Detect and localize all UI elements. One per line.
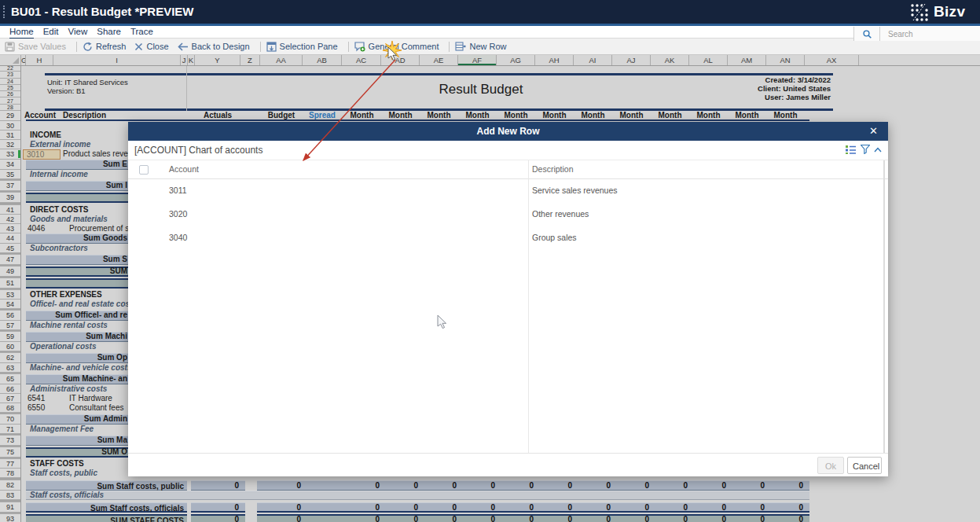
cell-value[interactable]: 0 [579,480,611,491]
sheet-row-82[interactable]: Sum Staff costs, public00000000000000 [0,480,980,491]
row-number-91[interactable]: 91 [0,502,20,513]
cell-value[interactable]: 0 [502,514,534,522]
cell-value[interactable]: 0 [348,480,380,491]
cell-value[interactable]: 0 [656,514,688,522]
column-header-J[interactable]: J [181,55,188,65]
cell-value[interactable]: 0 [387,502,418,513]
cell-value[interactable]: 0 [425,480,457,491]
column-header-K[interactable]: K [188,55,195,65]
dialog-header[interactable]: Add New Row ✕ [128,122,888,141]
row-number-66[interactable]: 66 [0,384,20,394]
cell-value[interactable]: 0 [656,502,688,513]
menu-item-view[interactable]: View [68,26,88,38]
row-number-30[interactable]: 30 [0,121,20,130]
cancel-button[interactable]: Cancel [847,457,882,474]
search-box[interactable]: Search [853,27,980,41]
row-number-34[interactable]: 34 [0,160,20,170]
column-header-AH[interactable]: AH [535,55,574,65]
cell-value[interactable]: 0 [695,480,726,491]
collapse-icon[interactable] [874,147,882,153]
row-number-60[interactable]: 60 [0,342,20,351]
column-header-AF[interactable]: AF [458,55,497,65]
row-number-37[interactable]: 37 [0,181,20,191]
cell-value[interactable]: 0 [618,502,649,513]
cell-value[interactable]: 0 [270,502,301,513]
row-number-73[interactable]: 73 [0,436,20,446]
column-header-AN[interactable]: AN [766,55,805,65]
selection-pane-button[interactable]: Selection Pane [266,42,338,52]
cell-value[interactable]: 0 [579,502,611,513]
sheet-row-93[interactable]: SUM STAFF COSTS00000000000000 [0,514,980,522]
cell-value[interactable]: 0 [733,480,765,491]
row-number-53[interactable]: 53 [0,290,20,300]
cell-value[interactable]: 0 [772,480,803,491]
new-row-button[interactable]: New Row [455,42,506,51]
row-number-43[interactable]: 43 [0,224,20,233]
row-number-83[interactable]: 83 [0,491,20,500]
cell-value[interactable]: 0 [425,514,457,522]
close-button[interactable]: Close [134,42,168,51]
column-header-AD[interactable]: AD [381,55,420,65]
row-number-28[interactable]: 28 [0,105,20,111]
row-number-56[interactable]: 56 [0,311,20,321]
cell-value[interactable]: 0 [733,502,765,513]
row-number-75[interactable]: 75 [0,447,20,458]
row-number-77[interactable]: 77 [0,459,20,469]
row-number-82[interactable]: 82 [0,480,20,491]
column-header-AC[interactable]: AC [342,55,381,65]
search-button[interactable] [854,27,880,41]
column-header-account[interactable]: Account [169,164,199,174]
cell-value[interactable]: 0 [270,480,301,491]
column-header-Y[interactable]: Y [195,55,240,65]
cell-value[interactable]: 0 [464,514,495,522]
row-number-44[interactable]: 44 [0,233,20,244]
cell-value[interactable]: 0 [348,502,380,513]
row-number-93[interactable]: 93 [0,514,20,522]
row-number-59[interactable]: 59 [0,332,20,342]
row-number-27[interactable]: 27 [0,98,20,105]
column-header-AM[interactable]: AM [728,55,766,65]
cell-value[interactable]: 0 [502,502,534,513]
sheet-row-83[interactable]: Staff costs, officials [0,491,980,500]
row-number-62[interactable]: 62 [0,353,20,363]
cell-value[interactable]: 0 [464,480,495,491]
row-number-25[interactable]: 25 [0,85,20,91]
row-number-71[interactable]: 71 [0,425,20,434]
row-number-23[interactable]: 23 [0,72,20,78]
row-number-47[interactable]: 47 [0,255,20,265]
cell-value[interactable]: 0 [348,514,380,522]
close-icon[interactable]: ✕ [869,122,878,141]
cell-value[interactable]: 0 [579,514,611,522]
column-header-description[interactable]: Description [532,164,574,174]
cell-value[interactable]: 0 [772,502,803,513]
menu-item-edit[interactable]: Edit [43,26,59,38]
row-number-63[interactable]: 63 [0,363,20,373]
back-to-design-button[interactable]: Back to Design [178,42,250,51]
search-input[interactable]: Search [880,30,913,39]
row-number-31[interactable]: 31 [0,130,20,140]
row-number-42[interactable]: 42 [0,215,20,224]
cell-value[interactable]: 0 [733,514,765,522]
row-number-39[interactable]: 39 [0,193,20,203]
cell-value[interactable]: 0 [464,502,495,513]
column-header-AE[interactable]: AE [420,55,458,65]
row-number-24[interactable]: 24 [0,79,20,85]
cell-value[interactable]: 0 [541,502,572,513]
menu-item-share[interactable]: Share [97,26,121,38]
account-list-row[interactable]: 3040Group sales [128,226,888,250]
ok-button[interactable]: Ok [817,457,844,474]
cell-value[interactable]: 0 [618,480,649,491]
row-number-65[interactable]: 65 [0,374,20,384]
cell-value[interactable]: 0 [207,514,239,522]
row-number-68[interactable]: 68 [0,403,20,413]
column-header-AB[interactable]: AB [303,55,342,65]
column-header-AG[interactable]: AG [497,55,535,65]
row-number-45[interactable]: 45 [0,244,20,253]
column-header-I[interactable]: I [53,55,181,65]
column-header-H[interactable]: H [26,55,53,65]
cell-value[interactable]: 0 [207,480,239,491]
column-header-AL[interactable]: AL [689,55,728,65]
row-number-26[interactable]: 26 [0,91,20,97]
column-header-AJ[interactable]: AJ [612,55,651,65]
column-header-AA[interactable]: AA [260,55,303,65]
